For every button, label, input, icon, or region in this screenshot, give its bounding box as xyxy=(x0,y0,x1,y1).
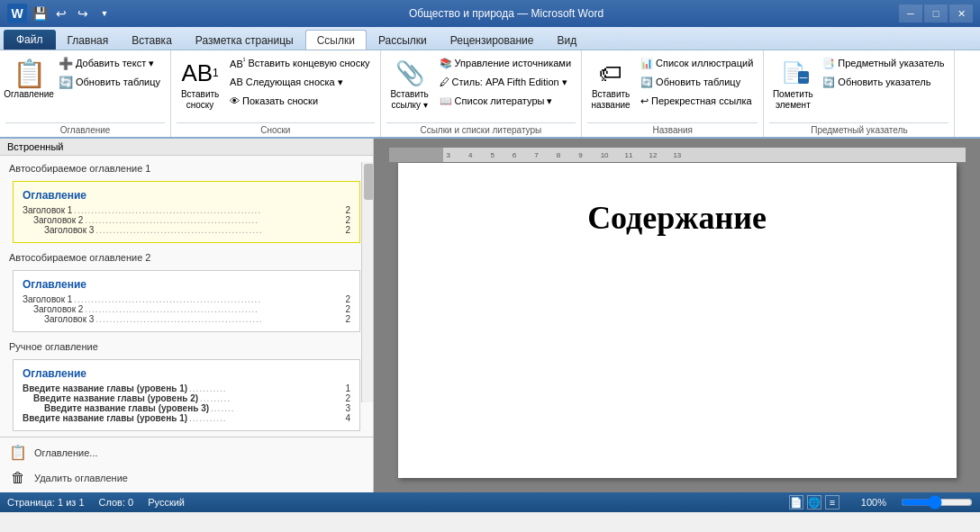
insert-citation-label: Вставитьссылку ▾ xyxy=(390,89,428,111)
toc-entry-2-1: Заголовок 2 ............................… xyxy=(23,304,350,314)
add-text-button[interactable]: ➕ Добавить текст ▾ xyxy=(54,54,165,72)
tab-page-layout[interactable]: Разметка страницы xyxy=(184,30,305,50)
captions-col: 📊 Список иллюстраций 🔄 Обновить таблицу … xyxy=(636,54,758,110)
table-of-figures-button[interactable]: 📊 Список иллюстраций xyxy=(636,54,758,72)
toc-dialog-action[interactable]: 📋 Оглавление... xyxy=(0,439,373,465)
endnote-button[interactable]: AB¹ Вставить концевую сноску xyxy=(225,54,375,72)
citations-group-content: 📎 Вставитьссылку ▾ 📚 Управление источник… xyxy=(386,54,576,121)
toc-title-1: Оглавление xyxy=(23,189,350,202)
tab-review[interactable]: Рецензирование xyxy=(439,30,546,50)
qa-dropdown[interactable]: ▼ xyxy=(95,5,113,22)
ribbon-group-index: 📄─ Пометитьэлемент 📑 Предметный указател… xyxy=(764,50,955,137)
dropdown-header: Встроенный xyxy=(0,139,373,156)
tab-mailings[interactable]: Рассылки xyxy=(367,30,439,50)
bibliography-button[interactable]: 📖 Список литературы ▾ xyxy=(435,92,576,110)
next-footnote-button[interactable]: AB Следующая сноска ▾ xyxy=(225,73,375,91)
tab-references[interactable]: Ссылки xyxy=(305,30,367,50)
insert-caption-icon: 🏷 xyxy=(596,59,625,87)
toc-section-1: Автособираемое оглавление 1 Оглавление З… xyxy=(0,159,373,247)
insert-citation-button[interactable]: 📎 Вставитьссылку ▾ xyxy=(386,54,433,115)
tab-file[interactable]: Файл xyxy=(4,30,56,50)
insert-footnote-button[interactable]: AB1 Вставитьсноску xyxy=(177,54,223,115)
cross-reference-button[interactable]: ↩ Перекрестная ссылка xyxy=(636,92,758,110)
toc-button[interactable]: 📋 Оглавление xyxy=(5,54,52,115)
toc-item-2[interactable]: Оглавление Заголовок 1 .................… xyxy=(0,266,373,336)
toc-item-1[interactable]: Оглавление Заголовок 1 .................… xyxy=(0,177,373,247)
captions-group-label: Названия xyxy=(587,122,758,135)
mark-entry-button[interactable]: 📄─ Пометитьэлемент xyxy=(769,54,816,115)
manage-sources-button[interactable]: 📚 Управление источниками xyxy=(435,54,576,72)
toc-section-3-header: Ручное оглавление xyxy=(0,338,373,356)
document-area[interactable]: 3 4 5 6 7 8 9 10 11 12 13 Содержание xyxy=(374,139,980,492)
tab-view[interactable]: Вид xyxy=(545,30,588,50)
tab-home[interactable]: Главная xyxy=(56,30,121,50)
view-outline-button[interactable]: ≡ xyxy=(825,495,839,509)
zoom-slider[interactable] xyxy=(901,495,973,509)
index-group-label: Предметный указатель xyxy=(769,122,948,135)
ribbon-group-footnotes: AB1 Вставитьсноску AB¹ Вставить концевую… xyxy=(171,50,381,137)
mark-entry-icon: 📄─ xyxy=(778,59,807,87)
insert-caption-label: Вставитьназвание xyxy=(592,89,631,111)
mark-entry-label: Пометитьэлемент xyxy=(773,89,813,111)
ribbon-group-captions: 🏷 Вставитьназвание 📊 Список иллюстраций … xyxy=(582,50,764,137)
next-footnote-label: Следующая сноска ▾ xyxy=(246,77,343,88)
title-bar-left: W 💾 ↩ ↪ ▼ xyxy=(7,4,113,23)
insert-citation-icon: 📎 xyxy=(395,59,424,87)
dropdown-scroll[interactable]: Автособираемое оглавление 1 Оглавление З… xyxy=(0,156,373,492)
update-table-button[interactable]: 🔄 Обновить таблицу xyxy=(54,73,165,91)
ribbon-group-citations: 📎 Вставитьссылку ▾ 📚 Управление источник… xyxy=(381,50,582,137)
remove-toc-icon: 🗑 xyxy=(9,470,27,486)
qa-undo[interactable]: ↩ xyxy=(52,5,70,22)
toc-entry-3-0: Введите название главы (уровень 1) .....… xyxy=(23,383,350,393)
panel-scrollbar-track[interactable] xyxy=(361,162,373,402)
title-controls: ─ □ ✕ xyxy=(899,5,973,23)
update-index-button[interactable]: 🔄 Обновить указатель xyxy=(818,73,948,91)
toc-entry-3-2: Введите название главы (уровень 3) .....… xyxy=(23,403,350,413)
view-print-button[interactable]: 📄 xyxy=(789,495,803,509)
insert-caption-button[interactable]: 🏷 Вставитьназвание xyxy=(587,54,634,115)
toc-dialog-label: Оглавление... xyxy=(34,447,98,458)
close-button[interactable]: ✕ xyxy=(949,5,973,23)
table-of-figures-label: Список иллюстраций xyxy=(656,58,753,68)
toc-title-3: Оглавление xyxy=(23,367,350,380)
show-notes-button[interactable]: 👁 Показать сноски xyxy=(225,92,375,110)
remove-toc-label: Удалить оглавление xyxy=(34,473,128,483)
add-text-label: Добавить текст ▾ xyxy=(76,58,154,69)
status-bar: Страница: 1 из 1 Слов: 0 Русский 📄 🌐 ≡ 1… xyxy=(0,492,980,512)
insert-footnote-icon: AB1 xyxy=(186,59,214,87)
maximize-button[interactable]: □ xyxy=(924,5,948,23)
add-text-icon: ➕ xyxy=(59,57,73,70)
index-button[interactable]: 📑 Предметный указатель xyxy=(818,54,948,72)
toc-section-2: Автособираемое оглавление 2 Оглавление З… xyxy=(0,248,373,336)
qa-redo[interactable]: ↪ xyxy=(74,5,92,22)
index-group-content: 📄─ Пометитьэлемент 📑 Предметный указател… xyxy=(769,54,948,121)
toc-entry-3-1: Введите название главы (уровень 2) .....… xyxy=(23,393,350,403)
footnotes-col: AB¹ Вставить концевую сноску AB Следующа… xyxy=(225,54,375,110)
style-label: Стиль: APA Fifth Edition ▾ xyxy=(452,77,567,88)
bibliography-label: Список литературы ▾ xyxy=(455,95,553,107)
title-bar: W 💾 ↩ ↪ ▼ Общество и природа — Microsoft… xyxy=(0,0,980,27)
view-buttons[interactable]: 📄 🌐 ≡ xyxy=(789,495,839,509)
index-label: Предметный указатель xyxy=(838,58,944,68)
toc-section-2-header: Автособираемое оглавление 2 xyxy=(0,248,373,266)
panel-scrollbar-thumb[interactable] xyxy=(364,164,374,200)
toc-item-3[interactable]: Оглавление Введите название главы (урове… xyxy=(0,356,373,435)
toc-entry-1-0: Заголовок 1 ............................… xyxy=(23,205,350,215)
view-web-button[interactable]: 🌐 xyxy=(807,495,821,509)
citations-group-label: Ссылки и списки литературы xyxy=(386,122,576,135)
toc-icon: 📋 xyxy=(14,59,43,87)
toc-entry-1-1: Заголовок 2 ............................… xyxy=(23,215,350,225)
remove-toc-action[interactable]: 🗑 Удалить оглавление xyxy=(0,465,373,491)
words-info: Слов: 0 xyxy=(99,497,134,508)
toc-label: Оглавление xyxy=(4,89,54,100)
qa-save[interactable]: 💾 xyxy=(31,5,49,22)
style-selector[interactable]: 🖊 Стиль: APA Fifth Edition ▾ xyxy=(435,73,576,91)
tab-insert[interactable]: Вставка xyxy=(120,30,184,50)
endnote-icon: AB¹ xyxy=(230,57,245,69)
minimize-button[interactable]: ─ xyxy=(899,5,922,23)
document-heading: Содержание xyxy=(452,199,903,237)
footnotes-group-label: Сноски xyxy=(177,122,375,135)
update-captions-table-button[interactable]: 🔄 Обновить таблицу xyxy=(636,73,758,91)
next-footnote-icon: AB xyxy=(230,77,243,87)
toc-group-label: Оглавление xyxy=(5,122,165,135)
